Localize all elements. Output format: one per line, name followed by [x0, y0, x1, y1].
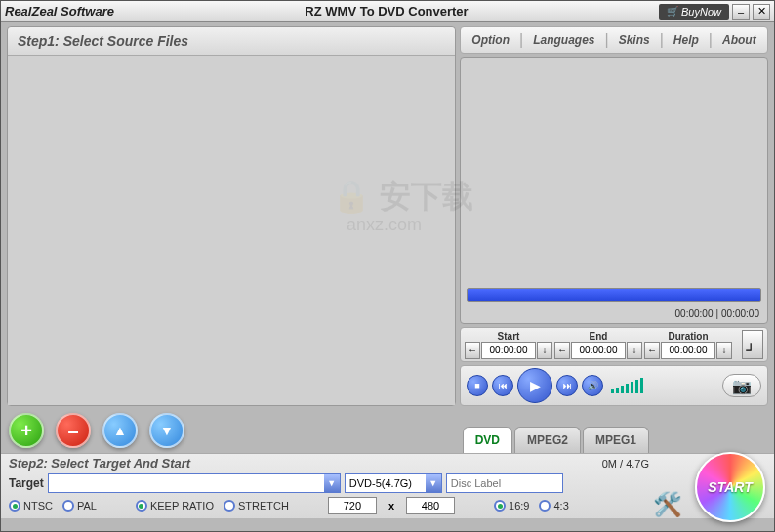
titlebar: RealZeal Software RZ WMV To DVD Converte…: [1, 1, 774, 22]
add-file-button[interactable]: +: [9, 413, 44, 448]
height-input[interactable]: [406, 497, 455, 514]
tab-dvd[interactable]: DVD: [463, 427, 512, 453]
trim-start-input[interactable]: [481, 342, 536, 359]
preview-progress[interactable]: [467, 288, 761, 302]
step2-header: Step2: Select Target And Start: [9, 456, 190, 471]
radio-16-9[interactable]: 16:9: [494, 500, 529, 512]
time-display: 00:00:00|00:00:00: [675, 308, 759, 319]
start-down-arrow-icon[interactable]: ↓: [537, 342, 552, 359]
close-button[interactable]: ✕: [753, 4, 770, 20]
snapshot-button[interactable]: 📷: [722, 374, 761, 397]
duration-left-arrow-icon[interactable]: ←: [644, 342, 660, 359]
bracket-button[interactable]: 」: [742, 330, 763, 359]
time-total: 00:00:00: [721, 308, 759, 319]
tools-button[interactable]: 🛠️: [650, 487, 685, 522]
trim-end-label: End: [590, 331, 608, 342]
tab-mpeg2[interactable]: MPEG2: [514, 427, 581, 453]
disc-type-combo[interactable]: DVD-5(4.7G) ▼: [345, 473, 442, 493]
menu-about[interactable]: About: [716, 31, 762, 49]
action-row: + – ▲ ▼ DVD MPEG2 MPEG1: [1, 408, 774, 453]
start-left-arrow-icon[interactable]: ←: [465, 342, 480, 359]
trim-duration-input[interactable]: [661, 342, 715, 359]
radio-stretch[interactable]: STRETCH: [224, 500, 289, 512]
start-button[interactable]: START: [695, 452, 765, 522]
file-list[interactable]: [8, 56, 455, 405]
play-button[interactable]: ▶: [517, 368, 552, 403]
dimension-x: x: [388, 500, 394, 512]
radio-ntsc[interactable]: NTSC: [9, 500, 53, 512]
menu-skins[interactable]: Skins: [613, 31, 656, 49]
dropdown-icon[interactable]: ▼: [324, 474, 340, 492]
remove-file-button[interactable]: –: [56, 413, 91, 448]
preview-area: 00:00:00|00:00:00: [460, 57, 768, 324]
brand-label: RealZeal Software: [5, 4, 114, 19]
prev-button[interactable]: ⏮: [492, 375, 513, 396]
trim-end-input[interactable]: [571, 342, 626, 359]
trim-start-label: Start: [498, 331, 520, 342]
time-current: 00:00:00: [675, 308, 714, 319]
next-button[interactable]: ⏭: [556, 375, 578, 396]
menu-help[interactable]: Help: [668, 31, 705, 49]
menu-bar: Option| Languages| Skins| Help| About: [460, 26, 768, 54]
radio-keep-ratio[interactable]: KEEP RATIO: [136, 500, 214, 512]
volume-button[interactable]: 🔊: [582, 375, 603, 396]
player-controls: ■ ⏮ ▶ ⏭ 🔊 📷: [460, 365, 768, 406]
tab-mpeg1[interactable]: MPEG1: [583, 427, 649, 453]
disc-type-value: DVD-5(4.7G): [346, 477, 426, 489]
disc-label-input[interactable]: [446, 473, 563, 493]
target-path-combo[interactable]: ▼: [48, 473, 341, 493]
dropdown-icon[interactable]: ▼: [426, 474, 441, 492]
radio-pal[interactable]: PAL: [62, 500, 97, 512]
radio-4-3[interactable]: 4:3: [539, 500, 568, 512]
minimize-button[interactable]: –: [732, 4, 750, 20]
trim-bar: Start ← ↓ End ← ↓ Duration ←: [460, 327, 768, 362]
buynow-button[interactable]: BuyNow: [659, 4, 729, 20]
wrench-icon: 🛠️: [653, 491, 682, 518]
menu-languages[interactable]: Languages: [527, 31, 600, 49]
width-input[interactable]: [328, 497, 377, 514]
end-left-arrow-icon[interactable]: ←: [554, 342, 570, 359]
camera-icon: 📷: [732, 377, 752, 395]
trim-duration-label: Duration: [668, 331, 708, 342]
step1-header: Step1: Select Source Files: [8, 27, 455, 56]
stop-button[interactable]: ■: [467, 375, 488, 396]
target-label: Target: [9, 476, 44, 490]
menu-option[interactable]: Option: [466, 31, 515, 49]
format-tabs: DVD MPEG2 MPEG1: [463, 427, 649, 453]
size-info: 0M / 4.7G: [602, 458, 649, 470]
end-down-arrow-icon[interactable]: ↓: [627, 342, 642, 359]
volume-meter[interactable]: [611, 378, 643, 393]
duration-down-arrow-icon[interactable]: ↓: [716, 342, 732, 359]
move-up-button[interactable]: ▲: [102, 413, 138, 448]
move-down-button[interactable]: ▼: [149, 413, 184, 448]
app-title: RZ WMV To DVD Converter: [114, 4, 659, 19]
source-files-panel: Step1: Select Source Files: [7, 26, 456, 406]
